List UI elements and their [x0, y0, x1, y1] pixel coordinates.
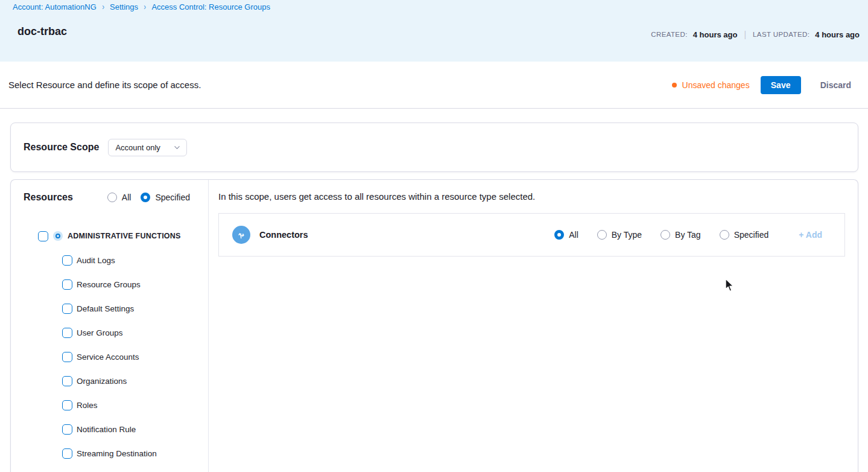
- save-button[interactable]: Save: [761, 76, 801, 94]
- item-checkbox[interactable]: [62, 279, 72, 290]
- radio-option-label[interactable]: Specified: [155, 193, 190, 202]
- radio-option-label[interactable]: By Tag: [675, 230, 701, 240]
- resource-type-tree: ADMINISTRATIVE FUNCTIONS Audit Logs Reso…: [11, 224, 208, 465]
- resource-scope-select[interactable]: Account only: [108, 139, 187, 156]
- item-checkbox[interactable]: [62, 400, 72, 410]
- resources-mode-option[interactable]: Specified: [141, 193, 190, 202]
- scope-description: In this scope, users get access to all r…: [218, 191, 535, 202]
- unsaved-changes-label: Unsaved changes: [682, 80, 750, 90]
- breadcrumb: Account: AutomationNG › Settings › Acces…: [13, 2, 270, 11]
- item-label: Notification Rule: [77, 425, 136, 434]
- resources-mode-radio-group: All Specified: [107, 193, 190, 202]
- resources-panel-header: Resources All Specified: [24, 192, 190, 203]
- radio-icon[interactable]: [141, 193, 150, 202]
- item-checkbox[interactable]: [62, 376, 72, 386]
- resource-type-item[interactable]: User Groups: [11, 321, 208, 345]
- connectors-scope-radio-group: All By Type By Tag Specified: [554, 230, 768, 240]
- page-header: Account: AutomationNG › Settings › Acces…: [0, 0, 868, 62]
- radio-option-label[interactable]: Specified: [734, 230, 769, 240]
- resource-scope-label: Resource Scope: [24, 142, 99, 153]
- radio-icon[interactable]: [107, 193, 117, 202]
- created-value: 4 hours ago: [693, 30, 738, 39]
- header-meta: CREATED: 4 hours ago | LAST UPDATED: 4 h…: [651, 30, 860, 39]
- resource-row-name: Connectors: [259, 230, 308, 240]
- connectors-scope-option[interactable]: By Type: [597, 230, 642, 240]
- connectors-scope-option[interactable]: Specified: [720, 230, 769, 240]
- toolbar-actions: Unsaved changes Save Discard: [672, 76, 851, 94]
- last-updated-label: LAST UPDATED:: [753, 31, 809, 38]
- page-title: doc-trbac: [17, 25, 67, 38]
- connectors-scope-option[interactable]: All: [554, 230, 578, 240]
- group-checkbox[interactable]: [38, 231, 48, 241]
- connectors-scope-option[interactable]: By Tag: [661, 230, 701, 240]
- breadcrumb-settings-link[interactable]: Settings: [110, 2, 138, 11]
- chevron-right-icon: ›: [144, 2, 146, 12]
- breadcrumb-access-control-link[interactable]: Access Control: Resource Groups: [151, 2, 270, 11]
- toolbar-description: Select Resource and define its scope of …: [8, 80, 201, 90]
- action-toolbar: Select Resource and define its scope of …: [0, 62, 868, 109]
- resources-mode-option[interactable]: All: [107, 193, 131, 202]
- last-updated-value: 4 hours ago: [815, 30, 860, 39]
- item-checkbox[interactable]: [62, 424, 72, 435]
- resource-type-item[interactable]: Audit Logs: [11, 248, 208, 272]
- radio-option-label[interactable]: All: [122, 193, 131, 202]
- resource-type-item[interactable]: Notification Rule: [11, 417, 208, 441]
- created-label: CREATED:: [651, 31, 688, 38]
- connectors-resource-row: Connectors All By Type By Tag: [218, 213, 845, 257]
- item-checkbox[interactable]: [62, 352, 72, 362]
- item-checkbox[interactable]: [62, 304, 72, 314]
- resource-type-item[interactable]: Service Accounts: [11, 345, 208, 369]
- resource-scope-card: Resource Scope Account only: [10, 123, 858, 172]
- radio-icon[interactable]: [597, 230, 607, 240]
- resource-type-item[interactable]: Streaming Destination: [11, 441, 208, 465]
- breadcrumb-account-link[interactable]: Account: AutomationNG: [13, 2, 97, 11]
- item-label: Resource Groups: [77, 280, 141, 289]
- unsaved-dot-icon: [672, 83, 677, 88]
- resource-group-administrative-functions[interactable]: ADMINISTRATIVE FUNCTIONS: [11, 224, 208, 248]
- radio-option-label[interactable]: By Type: [612, 230, 642, 240]
- item-checkbox[interactable]: [62, 448, 72, 459]
- radio-icon[interactable]: [720, 230, 729, 240]
- resource-type-item[interactable]: Roles: [11, 393, 208, 417]
- chevron-right-icon: ›: [102, 2, 104, 12]
- connectors-icon: [232, 226, 250, 244]
- unsaved-changes-indicator: Unsaved changes: [672, 80, 750, 90]
- item-checkbox[interactable]: [62, 328, 72, 338]
- radio-icon[interactable]: [661, 230, 670, 240]
- resources-card: Resources All Specified: [10, 179, 858, 472]
- circle-dot-icon: [53, 231, 63, 241]
- resource-type-item[interactable]: Organizations: [11, 369, 208, 393]
- discard-button[interactable]: Discard: [820, 80, 851, 90]
- item-label: Roles: [77, 401, 98, 410]
- resource-type-item[interactable]: Default Settings: [11, 296, 208, 321]
- item-label: Default Settings: [77, 304, 134, 313]
- group-label: ADMINISTRATIVE FUNCTIONS: [68, 232, 181, 240]
- meta-divider: |: [743, 30, 747, 39]
- chevron-down-icon: [174, 144, 180, 151]
- item-label: Service Accounts: [77, 352, 139, 362]
- add-resources-link[interactable]: + Add: [799, 230, 822, 240]
- resource-type-item[interactable]: Resource Groups: [11, 272, 208, 296]
- scope-main-panel: In this scope, users get access to all r…: [209, 180, 858, 472]
- resource-scope-selected-value: Account only: [115, 143, 160, 152]
- radio-icon[interactable]: [554, 230, 564, 240]
- item-label: Streaming Destination: [77, 449, 157, 458]
- item-label: Organizations: [77, 377, 127, 386]
- resources-title: Resources: [24, 192, 73, 203]
- item-label: Audit Logs: [77, 256, 115, 265]
- item-label: User Groups: [77, 328, 123, 337]
- item-checkbox[interactable]: [62, 255, 72, 266]
- resources-sidebar: Resources All Specified: [11, 180, 209, 472]
- radio-option-label[interactable]: All: [569, 230, 578, 240]
- resource-type-list: Audit Logs Resource Groups Default Setti…: [11, 248, 208, 465]
